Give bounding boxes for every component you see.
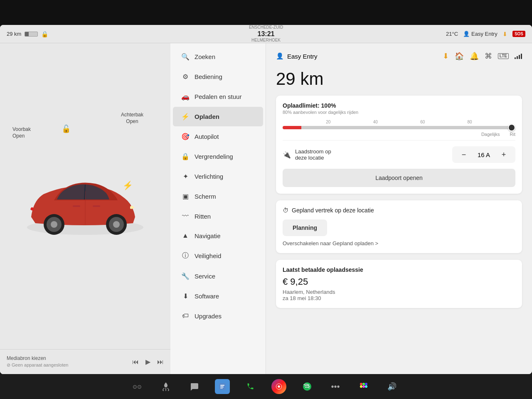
charge-slider-container[interactable]: 20 40 60 80 Dagelijks Rit — [283, 120, 515, 137]
svg-point-20 — [360, 385, 362, 388]
chat-icon[interactable] — [187, 379, 202, 394]
play-button[interactable]: ▶ — [145, 358, 150, 366]
header-icons: ⬇ 🏠 🔔 ⌘ LTE — [443, 52, 522, 61]
sidebar-item-verlichting[interactable]: ✦ Verlichting — [173, 167, 263, 186]
sidebar-item-opladen[interactable]: ⚡ Opladen — [173, 107, 263, 126]
sidebar-label-service: Service — [195, 273, 215, 280]
files-icon[interactable] — [215, 379, 230, 394]
open-port-button[interactable]: Laadpoort openen — [283, 169, 515, 187]
sidebar-label-bediening: Bediening — [195, 73, 222, 80]
sidebar-label-verlichting: Verlichting — [195, 173, 223, 180]
car-lock-icon: 🔓 — [62, 124, 71, 133]
taskbar: ⊙⊙ — [0, 374, 532, 399]
charge-plus-button[interactable]: + — [499, 150, 509, 160]
heat-icon[interactable] — [158, 379, 173, 394]
sidebar-item-ritten[interactable]: 〰 Ritten — [173, 207, 263, 226]
clock-icon: ⏱ — [283, 207, 288, 214]
sidebar: 🔍 Zoeken ⚙ Bediening 🚗 Pedalen en stuur … — [170, 43, 266, 374]
sidebar-label-ritten: Ritten — [195, 213, 211, 220]
phone-icon[interactable] — [243, 379, 258, 394]
sidebar-item-bediening[interactable]: ⚙ Bediening — [173, 67, 263, 86]
header-bluetooth-icon[interactable]: ⌘ — [485, 52, 492, 61]
sidebar-label-veiligheid: Veiligheid — [195, 252, 221, 259]
charge-current-row: 🔌 Laadstroom op deze locatie − 16 A + — [283, 140, 515, 165]
signal-bars — [515, 53, 522, 59]
sidebar-label-navigatie: Navigatie — [195, 232, 221, 239]
charge-limit-sub: 80% aanbevolen voor dagelijks rijden — [283, 110, 515, 115]
battery-bar — [25, 32, 38, 37]
header-bell-icon[interactable]: 🔔 — [470, 52, 479, 61]
content-panel: 👤 Easy Entry ⬇ 🏠 🔔 ⌘ LTE — [266, 43, 532, 374]
charge-thumb[interactable] — [508, 124, 515, 131]
charge-current-value: 16 A — [475, 151, 492, 158]
sos-badge[interactable]: SOS — [512, 31, 525, 37]
sidebar-label-opladen: Opladen — [195, 113, 219, 120]
media-bar: Mediabron kiezen ⊘ Geen apparaat aangesl… — [0, 349, 170, 374]
sidebar-item-upgrades[interactable]: 🏷 Upgrades — [173, 306, 263, 325]
sidebar-label-pedalen: Pedalen en stuur — [195, 93, 241, 100]
header-download-icon[interactable]: ⬇ — [443, 52, 449, 61]
sidebar-item-service[interactable]: 🔧 Service — [173, 266, 263, 286]
lte-badge: LTE — [498, 53, 509, 59]
easy-entry-status[interactable]: 👤 Easy Entry — [463, 31, 498, 37]
car-panel: Voorbak Open Achterbak Open 🔓 ⚡ — [0, 43, 170, 374]
svg-point-5 — [51, 221, 57, 228]
sidebar-label-upgrades: Upgrades — [195, 313, 222, 320]
status-left: 29 km 🔒 — [7, 31, 48, 37]
tag-icon: 🏷 — [181, 312, 190, 320]
sidebar-item-pedalen[interactable]: 🚗 Pedalen en stuur — [173, 87, 263, 106]
apps-icon[interactable] — [356, 379, 371, 394]
content-header: 👤 Easy Entry ⬇ 🏠 🔔 ⌘ LTE — [276, 52, 522, 61]
charge-track[interactable] — [283, 126, 515, 129]
sidebar-item-autopilot[interactable]: 🎯 Autopilot — [173, 127, 263, 146]
sidebar-label-autopilot: Autopilot — [195, 133, 219, 140]
light-icon: ✦ — [181, 172, 190, 180]
location-bottom: HELMERHOEK — [251, 38, 281, 43]
svg-rect-13 — [220, 387, 224, 387]
sidebar-item-zoeken[interactable]: 🔍 Zoeken — [173, 47, 263, 66]
charge-minus-button[interactable]: − — [459, 150, 469, 160]
easy-entry-label: Easy Entry — [471, 31, 498, 37]
spotify-icon[interactable] — [300, 379, 315, 394]
last-session-title: Laatst betaalde oplaadsessie — [283, 266, 515, 273]
volume-icon[interactable]: 🔊 — [384, 379, 399, 394]
media-controls[interactable]: ⏮ ▶ ⏭ — [132, 358, 164, 366]
voorbak-label: Voorbak Open — [12, 126, 31, 139]
next-track-button[interactable]: ⏭ — [157, 358, 164, 366]
taskbar-dots: ⊙⊙ — [133, 384, 142, 390]
sidebar-item-navigatie[interactable]: ▲ Navigatie — [173, 226, 263, 245]
main-area: Voorbak Open Achterbak Open 🔓 ⚡ — [0, 43, 532, 374]
safety-icon: ⓘ — [181, 251, 190, 260]
charge-scale: 20 40 60 80 — [283, 120, 515, 124]
camera-icon[interactable] — [271, 379, 286, 394]
lock-icon: 🔒 — [41, 31, 48, 37]
last-session-amount: € 9,25 — [283, 276, 515, 287]
profile-section[interactable]: 👤 Easy Entry — [276, 52, 318, 60]
charge-card: Oplaadlimiet: 100% 80% aanbevolen voor d… — [276, 96, 522, 194]
sidebar-item-scherm[interactable]: ▣ Scherm — [173, 187, 263, 206]
bolt-icon: ⚡ — [181, 113, 190, 121]
sidebar-item-software[interactable]: ⬇ Software — [173, 286, 263, 306]
search-icon: 🔍 — [181, 53, 190, 61]
download-nav-icon: ⬇ — [181, 292, 190, 300]
prev-track-button[interactable]: ⏮ — [132, 358, 139, 366]
sidebar-item-veiligheid[interactable]: ⓘ Veiligheid — [173, 246, 263, 266]
taskbar-left: ⊙⊙ — [133, 384, 142, 390]
planning-button[interactable]: Planning — [283, 219, 327, 236]
wrench-icon: 🔧 — [181, 272, 190, 280]
switch-link[interactable]: Overschakelen naar Gepland opladen > — [283, 240, 515, 246]
sidebar-item-vergrendeling[interactable]: 🔒 Vergrendeling — [173, 147, 263, 166]
signal-bar-1 — [515, 57, 516, 59]
media-line1: Mediabron kiezen — [7, 355, 129, 362]
download-icon: ⬇ — [502, 31, 507, 37]
status-time: 13:21 — [258, 30, 275, 38]
range-display: 29 km — [276, 69, 522, 89]
svg-point-15 — [278, 385, 280, 387]
car-visual: Voorbak Open Achterbak Open 🔓 ⚡ — [0, 43, 170, 349]
location-top: ENSCHEDE-ZUID — [249, 25, 283, 30]
achterbak-label: Achterbak Open — [121, 112, 143, 125]
more-icon[interactable]: ••• — [328, 379, 343, 394]
trips-icon: 〰 — [181, 212, 190, 220]
header-home-icon[interactable]: 🏠 — [455, 52, 464, 61]
svg-point-21 — [362, 385, 365, 388]
